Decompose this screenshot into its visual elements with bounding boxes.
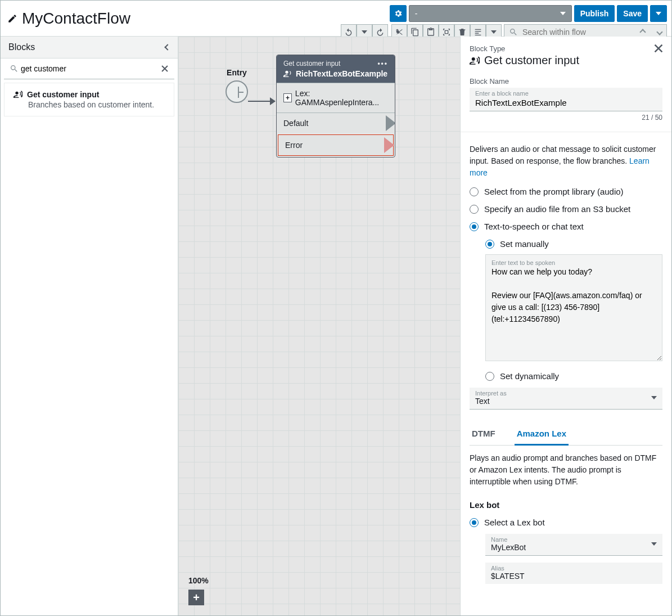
notes-icon — [473, 28, 482, 37]
person-voice-icon — [283, 69, 292, 78]
save-dropdown-button[interactable] — [650, 5, 667, 22]
connector-line — [248, 101, 275, 102]
block-output-error[interactable]: Error — [278, 134, 394, 156]
chevron-down-icon — [362, 30, 367, 34]
output-arrow-icon — [384, 137, 394, 153]
settings-button[interactable] — [390, 5, 407, 22]
radio-set-manually[interactable]: Set manually — [485, 239, 662, 249]
search-flow-input[interactable] — [522, 28, 636, 37]
pencil-icon — [7, 14, 17, 24]
page-title: MyContactFlow — [7, 5, 130, 28]
person-voice-icon — [470, 56, 480, 66]
publish-button[interactable]: Publish — [574, 5, 615, 22]
redo-icon — [376, 28, 385, 37]
flow-canvas[interactable]: Entry Get customer input ••• RichTextLex… — [178, 37, 460, 615]
radio-icon — [470, 205, 479, 214]
chevron-down-icon — [656, 12, 661, 15]
flow-block-get-customer-input[interactable]: Get customer input ••• RichTextLexBotExa… — [276, 55, 395, 158]
radio-prompt-library[interactable]: Select from the prompt library (audio) — [470, 187, 662, 196]
tab-amazon-lex[interactable]: Amazon Lex — [515, 423, 569, 446]
lexbot-section-header: Lex bot — [470, 500, 662, 510]
radio-tts[interactable]: Text-to-speech or chat text — [470, 222, 662, 231]
chevron-down-icon — [651, 396, 657, 399]
block-type-label: Block Type — [470, 44, 579, 53]
save-button[interactable]: Save — [617, 5, 648, 22]
zoom-level: 100% — [188, 576, 209, 585]
search-icon — [10, 64, 19, 73]
chevron-up-icon[interactable] — [639, 29, 646, 35]
block-search[interactable] — [4, 59, 174, 79]
zoom-in-button[interactable]: + — [188, 590, 204, 605]
radio-icon — [485, 372, 494, 381]
lexbot-alias-select[interactable]: Alias $LATEST — [485, 563, 662, 584]
tts-textarea[interactable] — [491, 266, 656, 350]
entry-node[interactable]: Entry — [213, 68, 260, 103]
block-name-input[interactable] — [475, 97, 657, 107]
block-description: Delivers an audio or chat message to sol… — [470, 143, 662, 179]
block-item-get-customer-input[interactable]: Get customer input Branches based on cus… — [4, 83, 174, 116]
tab-dtmf[interactable]: DTMF — [470, 423, 498, 446]
properties-panel: Block Type Get customer input Block Name… — [460, 37, 671, 615]
radio-select-lexbot[interactable]: Select a Lex bot — [470, 518, 662, 527]
scissors-icon — [395, 28, 404, 37]
block-menu-button[interactable]: ••• — [377, 60, 388, 68]
select-all-icon — [442, 28, 451, 37]
flow-title: MyContactFlow — [22, 10, 130, 28]
divider — [461, 132, 671, 132]
radio-icon — [485, 240, 494, 249]
person-voice-icon — [13, 90, 22, 99]
radio-icon — [470, 222, 479, 231]
radio-s3-audio[interactable]: Specify an audio file from an S3 bucket — [470, 204, 662, 214]
chevron-down-icon[interactable] — [656, 29, 662, 35]
panel-title: Get customer input — [484, 54, 579, 67]
copy-icon — [411, 28, 420, 37]
tab-description: Plays an audio prompt and branches based… — [470, 452, 662, 488]
plus-icon: + — [283, 93, 292, 102]
sidebar-title: Blocks — [8, 42, 35, 52]
radio-icon — [470, 187, 479, 196]
gear-icon — [394, 9, 403, 18]
trash-icon — [458, 28, 467, 37]
input-type-tabs: DTMF Amazon Lex — [470, 423, 662, 446]
clipboard-icon — [426, 28, 435, 37]
chevron-down-icon — [491, 30, 497, 34]
blocks-sidebar: Blocks Get customer input Branches based… — [1, 37, 178, 615]
block-name-field-label: Block Name — [470, 77, 662, 86]
entry-start-icon — [225, 80, 248, 103]
collapse-sidebar-button[interactable] — [164, 44, 170, 50]
block-name-char-count: 21 / 50 — [470, 114, 662, 122]
zoom-control: 100% + — [188, 576, 209, 605]
chevron-down-icon — [651, 542, 657, 546]
lexbot-name-select[interactable]: Name MyLexBot — [485, 534, 662, 556]
block-search-input[interactable] — [19, 62, 161, 75]
block-lex-row[interactable]: + Lex: GAMMAspenlepIntera... — [277, 83, 395, 113]
flow-state-dropdown[interactable]: - — [409, 5, 572, 22]
search-icon — [509, 28, 518, 37]
radio-icon — [470, 518, 479, 527]
undo-icon — [344, 28, 353, 37]
close-panel-button[interactable] — [653, 43, 664, 53]
tts-textarea-wrap[interactable]: Enter text to be spoken — [485, 254, 662, 361]
chevron-down-icon — [560, 12, 566, 15]
block-name-input-wrap[interactable]: Enter a block name — [470, 88, 662, 111]
radio-set-dynamically[interactable]: Set dynamically — [485, 371, 662, 381]
block-output-default[interactable]: Default — [277, 113, 395, 133]
clear-search-button[interactable] — [161, 65, 169, 73]
output-arrow-icon — [386, 115, 395, 131]
interpret-as-select[interactable]: Interpret as Text — [470, 388, 662, 410]
